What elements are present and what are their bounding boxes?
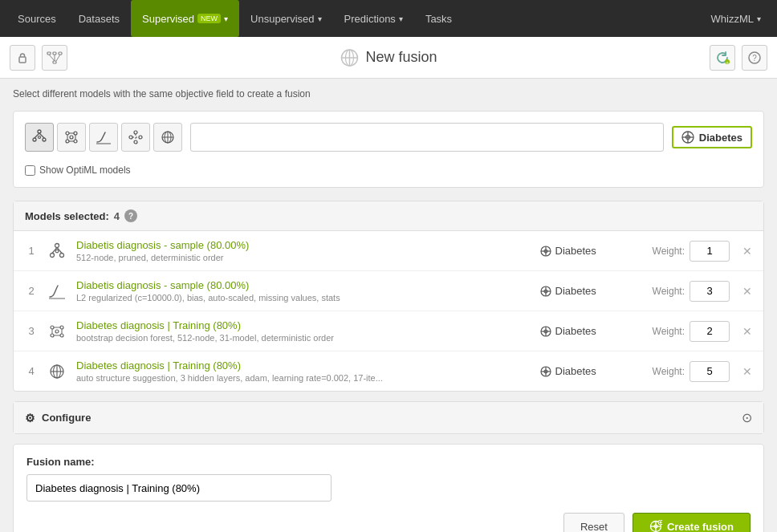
model-1-weight-input[interactable] — [690, 281, 730, 302]
target-tag[interactable]: Diabetes — [672, 126, 752, 148]
nav-supervised[interactable]: Supervised NEW ▾ — [131, 0, 239, 37]
svg-point-18 — [43, 138, 46, 141]
model-0-weight: Weight: — [653, 241, 730, 262]
table-row: 1 Diabetis diagnosis - sample (80.00%) 5… — [14, 231, 763, 271]
model-type-icons — [25, 123, 182, 152]
top-nav: Sources Datasets Supervised NEW ▾ Unsupe… — [0, 0, 777, 37]
filter-top-row: Diabetes — [25, 123, 752, 152]
nav-sources[interactable]: Sources — [6, 0, 67, 37]
show-optiml-checkbox[interactable] — [25, 165, 35, 176]
model-1-target: Diabetes — [540, 285, 645, 297]
nav-datasets[interactable]: Datasets — [67, 0, 131, 37]
svg-point-64 — [60, 334, 63, 337]
model-2-name[interactable]: Diabetes diagnosis | Training (80%) — [76, 319, 532, 331]
nav-predictions[interactable]: Predictions ▾ — [333, 0, 414, 37]
model-0-weight-input[interactable] — [690, 241, 730, 262]
nav-tasks[interactable]: Tasks — [414, 0, 463, 37]
svg-rect-4 — [53, 61, 56, 63]
svg-point-21 — [39, 136, 41, 139]
svg-point-47 — [51, 253, 55, 257]
search-input[interactable] — [190, 123, 664, 152]
model-2-remove-button[interactable]: ✕ — [742, 325, 752, 338]
svg-point-33 — [134, 131, 137, 134]
svg-line-7 — [56, 55, 60, 61]
configure-section: ⚙ Configure ⊙ — [13, 401, 764, 434]
help-button[interactable]: ? — [742, 45, 767, 71]
model-3-icon — [46, 360, 68, 383]
show-optiml-row: Show OptiML models — [25, 164, 752, 176]
model-1-info: Diabetis diagnosis - sample (80.00%) L2 … — [76, 279, 532, 303]
model-0-name[interactable]: Diabetis diagnosis - sample (80.00%) — [76, 239, 532, 251]
model-3-weight-input[interactable] — [690, 361, 730, 382]
svg-point-63 — [51, 334, 54, 337]
filter-logistic-button[interactable] — [89, 123, 118, 152]
reset-button[interactable]: Reset — [563, 513, 624, 532]
model-2-info: Diabetes diagnosis | Training (80%) boot… — [76, 319, 532, 343]
model-1-name[interactable]: Diabetis diagnosis - sample (80.00%) — [76, 279, 532, 291]
user-dropdown-arrow: ▾ — [757, 14, 761, 23]
footer-section: Fusion name: Reset Create fusion — [13, 444, 764, 532]
lock-button[interactable] — [10, 45, 35, 71]
configure-header-left: ⚙ Configure — [25, 412, 91, 424]
filter-svm-button[interactable] — [121, 123, 150, 152]
model-0-target-icon — [540, 246, 551, 257]
header-right-icons: + ? — [710, 45, 767, 71]
fusion-name-input[interactable] — [26, 474, 332, 502]
models-help-icon[interactable]: ? — [124, 209, 137, 222]
nav-user[interactable]: WhizzML ▾ — [702, 13, 771, 25]
fusion-name-label: Fusion name: — [26, 456, 751, 468]
svg-point-46 — [55, 243, 59, 247]
page-title: New fusion — [340, 48, 437, 67]
main-content: Select different models with the same ob… — [0, 79, 777, 532]
model-0-info: Diabetis diagnosis - sample (80.00%) 512… — [76, 239, 532, 262]
models-section: Models selected: 4 ? 1 Diabetis diagnosi… — [13, 201, 764, 392]
nav-unsupervised[interactable]: Unsupervised ▾ — [239, 0, 333, 37]
filter-bar: Diabetes Show OptiML models — [13, 111, 764, 188]
model-1-weight: Weight: — [653, 281, 730, 302]
refresh-button[interactable]: + — [710, 45, 735, 71]
model-2-weight: Weight: — [653, 321, 730, 342]
svg-point-26 — [70, 136, 73, 139]
model-0-icon — [46, 240, 68, 262]
filter-ensemble-button[interactable] — [57, 123, 86, 152]
svg-point-25 — [74, 140, 77, 143]
model-2-weight-input[interactable] — [690, 321, 730, 342]
filter-tree-button[interactable] — [25, 123, 54, 152]
create-fusion-button[interactable]: Create fusion — [633, 513, 751, 532]
network-button[interactable] — [42, 45, 67, 71]
svg-rect-3 — [59, 52, 62, 55]
model-3-target-icon — [540, 366, 551, 377]
configure-header[interactable]: ⚙ Configure ⊙ — [14, 402, 763, 433]
model-2-desc: bootstrap decision forest, 512-node, 31-… — [76, 333, 532, 343]
table-row: 3 Diabetes diagnosis | Training (80%) bo… — [14, 311, 763, 351]
model-1-remove-button[interactable]: ✕ — [742, 285, 752, 298]
model-1-target-icon — [540, 286, 551, 297]
model-2-target: Diabetes — [540, 325, 645, 337]
predictions-dropdown-arrow: ▾ — [399, 14, 403, 23]
target-icon — [681, 131, 694, 144]
model-0-desc: 512-node, pruned, deterministic order — [76, 253, 532, 262]
model-3-desc: auto structure suggestion, 3 hidden laye… — [76, 373, 532, 383]
filter-inner: Diabetes Show OptiML models — [25, 123, 752, 176]
supervised-dropdown-arrow: ▾ — [224, 14, 228, 23]
svg-point-51 — [55, 250, 59, 253]
svg-point-17 — [33, 138, 36, 141]
filter-deepnet-button[interactable] — [153, 123, 182, 152]
svg-point-35 — [134, 140, 137, 144]
configure-chevron-icon: ⊙ — [742, 410, 752, 425]
model-1-desc: L2 regularized (c=10000.0), bias, auto-s… — [76, 293, 532, 303]
svg-point-16 — [38, 130, 41, 133]
table-row: 2 Diabetis diagnosis - sample (80.00%) L… — [14, 271, 763, 311]
model-2-target-icon — [540, 326, 551, 337]
svg-point-22 — [66, 132, 69, 135]
model-0-remove-button[interactable]: ✕ — [742, 245, 752, 258]
svg-rect-1 — [47, 52, 51, 55]
model-3-name[interactable]: Diabetes diagnosis | Training (80%) — [76, 359, 532, 372]
svg-rect-0 — [19, 57, 26, 63]
model-3-remove-button[interactable]: ✕ — [742, 365, 752, 378]
header-left-icons — [10, 45, 67, 71]
info-text: Select different models with the same ob… — [13, 88, 764, 99]
svg-point-23 — [74, 132, 77, 135]
model-2-icon — [46, 320, 68, 343]
models-header: Models selected: 4 ? — [14, 201, 763, 231]
